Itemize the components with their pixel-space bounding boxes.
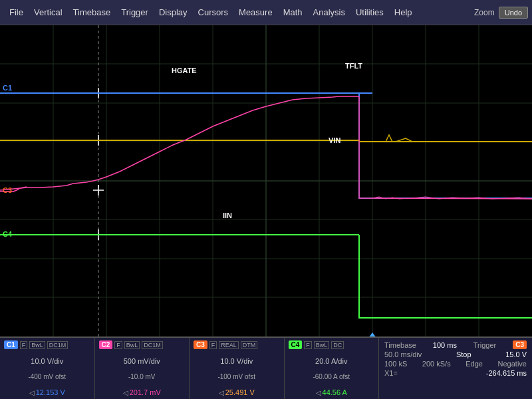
ch4-measurement: ◁ 44.56 A xyxy=(289,388,375,396)
timebase-label: Timebase xyxy=(384,341,416,349)
tb3-value: 200 kS/s xyxy=(422,360,451,368)
menu-file[interactable]: File xyxy=(4,5,29,20)
ch4-tag-bwl: BwL xyxy=(314,341,330,349)
ch3-tag-real: REAL xyxy=(219,341,239,349)
x1-label: X1= xyxy=(384,369,398,377)
menu-measure[interactable]: Measure xyxy=(233,5,278,20)
ch3-tag-f: F xyxy=(209,341,217,349)
hgate-label: HGATE xyxy=(172,66,197,74)
tflt-label: TFLT xyxy=(345,62,362,70)
edge-type: Negative xyxy=(498,360,527,368)
timebase-value: 100 ms xyxy=(433,341,457,349)
ch1-divlabel: 10.0 V/div xyxy=(4,357,90,365)
ch4-badge: C4 xyxy=(289,340,303,349)
ch4-offset: -60.00 A ofst xyxy=(289,373,375,380)
right-panel: Timebase 100 ms Trigger C3 50.0 ms/div S… xyxy=(379,338,532,399)
voltage-value: 15.0 V xyxy=(505,350,527,358)
menu-display[interactable]: Display xyxy=(154,5,193,20)
vin-label: VIN xyxy=(329,136,340,144)
ch3-badge: C3 xyxy=(194,340,207,349)
menu-help[interactable]: Help xyxy=(389,5,418,20)
iin-label: IIN xyxy=(223,211,232,219)
ch1-badge: C1 xyxy=(4,340,18,349)
ch3-measurement: ◁ 25.491 V xyxy=(194,388,280,396)
tb2-value: Stop xyxy=(456,350,471,358)
zoom-label: Zoom xyxy=(474,8,495,17)
ch2-offset: -10.0 mV xyxy=(99,373,186,380)
ch3-offset: -100 mV ofst xyxy=(194,373,280,380)
menu-utilities[interactable]: Utilities xyxy=(350,5,389,20)
menu-analysis[interactable]: Analysis xyxy=(308,5,350,20)
ch4-info: C4 F BwL DC 20.0 A/div -60.00 A ofst ◁ 4… xyxy=(285,338,380,399)
menu-math[interactable]: Math xyxy=(278,5,308,20)
ch3-info: C3 F REAL DTM 10.0 V/div -100 mV ofst ◁ … xyxy=(190,338,285,399)
svg-text:C1: C1 xyxy=(3,84,12,92)
x1-value: -264.615 ms xyxy=(486,369,527,377)
menubar: File Vertical Timebase Trigger Display C… xyxy=(0,0,532,25)
trigger-label: Trigger xyxy=(473,341,496,349)
trigger-ch-badge: C3 xyxy=(513,340,527,349)
ch1-tag-dc: DC1M xyxy=(47,341,68,349)
scope-display: C3 C4 C1 HGATE TFLT VIN IIN xyxy=(0,25,532,336)
ch4-tag-dc: DC xyxy=(331,341,344,349)
ch2-measurement: ◁ 201.7 mV xyxy=(99,388,186,396)
ch4-tag-f: F xyxy=(304,341,312,349)
menu-vertical[interactable]: Vertical xyxy=(29,5,68,20)
tb3-label: 100 kS xyxy=(384,360,407,368)
svg-text:C3: C3 xyxy=(3,186,12,194)
waveform-svg: C3 C4 C1 xyxy=(0,25,532,336)
ch2-info: C2 F BwL DC1M 500 mV/div -10.0 mV ◁ 201.… xyxy=(95,338,190,399)
svg-text:C4: C4 xyxy=(3,230,13,238)
ch1-info: C1 F BwL DC1M 10.0 V/div -400 mV ofst ◁ … xyxy=(0,338,95,399)
tb2-label: 50.0 ms/div xyxy=(384,350,422,358)
ch1-measurement: ◁ 12.153 V xyxy=(4,388,90,396)
ch2-tag-dc: DC1M xyxy=(142,341,163,349)
undo-button[interactable]: Undo xyxy=(499,7,528,19)
ch2-tag-bwl: BwL xyxy=(124,341,140,349)
ch1-tag-f: F xyxy=(20,341,28,349)
status-bar: C1 F BwL DC1M 10.0 V/div -400 mV ofst ◁ … xyxy=(0,336,532,399)
ch1-tag-bwl: BwL xyxy=(29,341,45,349)
ch2-badge: C2 xyxy=(99,340,113,349)
menu-timebase[interactable]: Timebase xyxy=(68,5,116,20)
ch1-offset: -400 mV ofst xyxy=(4,373,90,380)
ch2-tag-f: F xyxy=(114,341,122,349)
ch3-tag-dtm: DTM xyxy=(241,341,258,349)
menu-cursors[interactable]: Cursors xyxy=(193,5,234,20)
menu-trigger[interactable]: Trigger xyxy=(116,5,154,20)
edge-label: Edge xyxy=(466,360,483,368)
ch2-divlabel: 500 mV/div xyxy=(99,357,186,365)
ch3-divlabel: 10.0 V/div xyxy=(194,357,280,365)
ch4-divlabel: 20.0 A/div xyxy=(289,357,375,365)
